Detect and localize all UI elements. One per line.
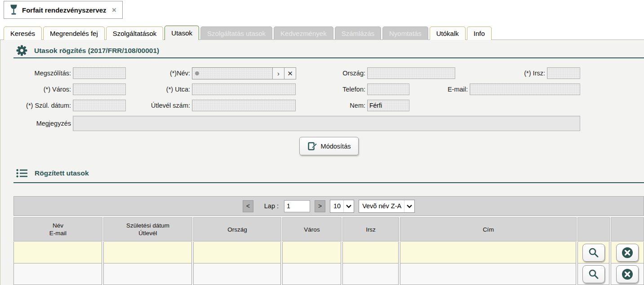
cell-szul-utlevel — [103, 242, 192, 263]
cell-view — [577, 242, 609, 263]
tab-utokalk[interactable]: Utókalk — [430, 26, 466, 40]
chevron-right-icon: › — [277, 70, 280, 77]
utlevel-szam-label: Útlevél szám: — [126, 100, 190, 111]
col-header-nev-email: NévE-mail — [13, 217, 102, 241]
circle-x-icon — [621, 268, 634, 281]
bullet-icon — [195, 71, 199, 75]
cell-nev-email — [13, 263, 102, 285]
app-screen: Forfait rendezvényszervez ✕ Keresés Megr… — [0, 0, 644, 285]
circle-x-icon — [621, 246, 634, 259]
varos-input[interactable] — [73, 83, 126, 95]
col-header-szuletesi-utlevel: Születési dátumÚtlevél — [103, 217, 192, 241]
orszag-label: Ország: — [310, 67, 365, 79]
irsz-input[interactable] — [547, 67, 580, 79]
cell-delete — [611, 242, 644, 263]
nev-lookup-button[interactable]: › — [273, 67, 284, 79]
section-divider — [13, 57, 644, 58]
cell-szul-utlevel — [103, 263, 192, 285]
delete-row-button[interactable] — [616, 265, 639, 283]
col-header-delete — [611, 217, 644, 241]
window-tab[interactable]: Forfait rendezvényszervez ✕ — [4, 1, 123, 19]
nev-label: (*)Név: — [135, 67, 190, 79]
pagination-bar: < Lap : 1 > 10 Vevõ név Z-A — [13, 196, 644, 216]
col-header-cim: Cím — [400, 217, 577, 241]
tab-szamlazas: Számlázás — [335, 26, 381, 40]
next-page-button[interactable]: > — [315, 200, 325, 212]
col-header-varos: Város — [282, 217, 342, 241]
email-input[interactable] — [470, 83, 580, 95]
modositas-button[interactable]: Módosítás — [299, 137, 359, 155]
tab-szolgaltatas-utasok: Szolgáltatás utasok — [200, 26, 272, 40]
tab-megrendeles-fej[interactable]: Megrendelés fej — [43, 26, 105, 40]
tab-nyomtatas: Nyomtatás — [382, 26, 428, 40]
irsz-label: (*) Irsz: — [494, 67, 545, 79]
utlevel-szam-input[interactable] — [192, 100, 296, 111]
modositas-button-label: Módosítás — [321, 143, 351, 150]
utca-label: (*) Utca: — [135, 83, 190, 95]
list-section-title: Rögzített utasok — [35, 169, 89, 177]
gear-icon — [16, 45, 27, 56]
form-section-title: Utasok rögzítés (2017/FRR/108/00001) — [34, 47, 159, 55]
nev-input[interactable] — [192, 67, 273, 79]
tab-info[interactable]: Info — [467, 26, 492, 40]
tab-utasok[interactable]: Utasok — [164, 26, 199, 40]
col-header-irsz: Irsz — [342, 217, 399, 241]
window-title: Forfait rendezvényszervez — [22, 6, 107, 14]
delete-row-button[interactable] — [616, 244, 639, 262]
tab-kedvezmenyek: Kedvezmények — [274, 26, 333, 40]
prev-page-button[interactable]: < — [243, 200, 253, 212]
nev-field-group: › ✕ — [192, 67, 296, 79]
telefon-input[interactable] — [367, 83, 409, 95]
cell-delete — [611, 263, 644, 285]
cell-varos — [282, 263, 341, 285]
page-label: Lap : — [264, 202, 279, 210]
page-number-input[interactable]: 1 — [284, 200, 310, 212]
magnifier-icon — [588, 247, 600, 259]
cell-irsz — [342, 263, 399, 285]
szul-datum-input[interactable] — [73, 100, 126, 111]
varos-label: (*) Város: — [9, 83, 71, 95]
megszolitas-input[interactable] — [73, 67, 126, 79]
utca-input[interactable] — [192, 83, 296, 95]
page-size-select[interactable]: 10 — [330, 200, 354, 213]
megjegyzes-label: Megjegyzés — [9, 118, 71, 129]
table-header-row: NévE-mail Születési dátumÚtlevél Ország … — [13, 217, 644, 241]
cell-orszag — [193, 242, 281, 263]
view-row-button[interactable] — [582, 265, 605, 283]
orszag-input[interactable] — [367, 67, 455, 79]
edit-icon — [307, 141, 317, 151]
sort-order-value: Vevõ név Z-A — [362, 202, 401, 210]
tab-kereses[interactable]: Keresés — [4, 26, 42, 40]
x-icon: ✕ — [287, 70, 293, 78]
col-header-orszag: Ország — [193, 217, 281, 241]
szul-datum-label: (*) Szül. dátum: — [0, 100, 71, 111]
nem-input[interactable]: Férfi — [367, 100, 409, 111]
nev-clear-button[interactable]: ✕ — [284, 67, 296, 79]
sort-order-select[interactable]: Vevõ név Z-A — [359, 200, 415, 213]
table-row — [13, 242, 644, 263]
close-icon[interactable]: ✕ — [111, 7, 117, 13]
form-section-header: Utasok rögzítés (2017/FRR/108/00001) — [16, 45, 159, 56]
cell-cim — [400, 263, 576, 285]
table-row — [13, 263, 644, 285]
cell-varos — [282, 242, 341, 263]
megjegyzes-input[interactable] — [73, 116, 580, 131]
cell-cim — [400, 242, 576, 263]
chevron-down-icon — [343, 200, 354, 212]
list-icon — [16, 168, 28, 178]
magnifier-icon — [588, 268, 600, 280]
col-header-view — [577, 217, 610, 241]
view-row-button[interactable] — [582, 244, 605, 262]
cell-view — [577, 263, 609, 285]
nem-label: Nem: — [310, 100, 365, 111]
chevron-down-icon — [404, 200, 414, 212]
cell-irsz — [342, 242, 399, 263]
telefon-label: Telefon: — [310, 83, 365, 95]
wine-glass-icon — [10, 4, 18, 16]
section-divider — [13, 182, 644, 183]
email-label: E-mail: — [413, 83, 468, 95]
page-size-value: 10 — [333, 202, 341, 210]
tab-szolgaltatasok[interactable]: Szolgáltatások — [106, 26, 164, 40]
cell-orszag — [193, 263, 281, 285]
list-section-header: Rögzített utasok — [16, 168, 89, 178]
